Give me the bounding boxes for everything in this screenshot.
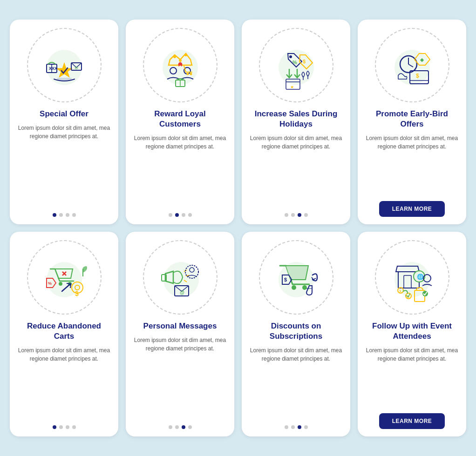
dot-3	[66, 213, 69, 217]
card-desc: Lorem ipsum dolor sit dim amet, mea regi…	[249, 134, 343, 207]
svg-text:$: $	[75, 290, 79, 297]
svg-text:@: @	[180, 290, 184, 295]
dot-2	[59, 425, 63, 429]
card-desc: Lorem ipsum dolor sit dim amet, mea regi…	[17, 346, 111, 419]
dot-4	[72, 425, 76, 429]
dot-1	[169, 425, 172, 429]
card-desc: Lorem ipsum dolor sit dim amet, mea regi…	[365, 346, 459, 407]
card-desc: Lorem ipsum dolor sit dim amet, mea regi…	[365, 134, 459, 194]
personal-messages-icon: @	[152, 249, 208, 305]
dot-1	[285, 213, 288, 217]
card-title: Follow Up with Event Attendees	[365, 321, 459, 342]
increase-sales-icon: % $ ★	[268, 37, 324, 93]
svg-text:$: $	[284, 277, 287, 282]
card-title: Promote Early-Bird Offers	[365, 109, 459, 129]
discounts-icon: $	[268, 249, 324, 305]
card-abandoned-carts: % $ Reduce Abandoned Carts Lorem ipsum d…	[10, 232, 118, 436]
dots-indicator	[285, 213, 308, 217]
svg-point-10	[173, 55, 176, 58]
early-bird-icon-area: ◆ $	[375, 28, 449, 102]
svg-point-20	[289, 55, 292, 58]
reward-loyal-icon	[152, 37, 208, 93]
dots-indicator	[53, 213, 76, 217]
svg-point-61	[302, 285, 307, 290]
svg-text:1: 1	[399, 289, 401, 293]
dot-4	[72, 213, 76, 217]
card-follow-up: 🌐 1 2 Follow Up with Event Atten	[358, 232, 466, 436]
abandoned-carts-icon: % $	[36, 249, 92, 305]
card-desc: Lorem ipsum dolor sit dim amet, mea regi…	[133, 336, 227, 419]
dot-2	[175, 213, 179, 217]
dots-indicator	[169, 425, 192, 429]
svg-text:★: ★	[290, 85, 294, 89]
svg-text:$: $	[416, 73, 419, 79]
svg-point-15	[186, 73, 189, 75]
dot-3	[66, 425, 69, 429]
dot-2	[291, 425, 295, 429]
abandoned-carts-icon-area: % $	[27, 240, 102, 315]
card-increase-sales: % $ ★ Increase Sales During Holid	[242, 20, 350, 224]
dots-indicator	[53, 425, 76, 429]
card-early-bird: ◆ $ Promote Early-Bird Offers Lorem ipsu…	[358, 20, 466, 224]
dot-4	[188, 425, 192, 429]
dots-indicator	[169, 213, 192, 217]
svg-text:XXX: XXX	[49, 66, 57, 71]
dot-4	[304, 425, 308, 429]
dots-indicator	[285, 425, 308, 429]
dot-1	[53, 425, 56, 429]
card-title: Personal Messages	[143, 321, 217, 331]
personal-messages-icon-area: @	[143, 240, 218, 315]
card-special-offer: XXX @ Special Offer Lorem ipsum dolor si…	[10, 20, 118, 224]
dot-3	[298, 213, 301, 217]
dot-4	[188, 213, 192, 217]
special-offer-icon: XXX @	[36, 37, 92, 93]
dot-4	[304, 213, 308, 217]
card-grid: XXX @ Special Offer Lorem ipsum dolor si…	[10, 20, 466, 436]
card-title: Special Offer	[40, 109, 88, 119]
dot-3	[298, 425, 301, 429]
card-title: Reduce Abandoned Carts	[17, 321, 111, 342]
card-personal-messages: @ Personal Messages Lorem ipsum dolor si…	[126, 232, 234, 436]
reward-loyal-icon-area	[143, 28, 218, 102]
follow-up-icon-area: 🌐 1 2	[375, 240, 449, 315]
dot-1	[285, 425, 288, 429]
svg-point-40	[59, 282, 62, 286]
follow-up-icon: 🌐 1 2	[384, 249, 440, 305]
card-discounts-subscriptions: $ Discounts on Subscriptions Lorem ipsum…	[242, 232, 350, 436]
svg-point-12	[184, 54, 187, 56]
card-reward-loyal: Reward Loyal Customers Lorem ipsum dolor…	[126, 20, 234, 224]
special-offer-icon-area: XXX @	[27, 28, 102, 102]
svg-point-30	[394, 50, 430, 85]
dot-2	[291, 213, 295, 217]
svg-text:@: @	[75, 66, 78, 70]
dot-2	[175, 425, 179, 429]
learn-more-button-2[interactable]: LearN More	[379, 413, 445, 429]
svg-point-60	[292, 285, 296, 290]
discounts-icon-area: $	[259, 240, 333, 315]
card-title: Reward Loyal Customers	[133, 109, 227, 129]
svg-text:%: %	[292, 60, 297, 65]
dot-2	[59, 213, 63, 217]
card-desc: Lorem ipsum dolor sit dim amet, mea regi…	[249, 346, 343, 419]
card-desc: Lorem ipsum dolor sit dim amet, mea regi…	[133, 134, 227, 207]
svg-text:$: $	[303, 59, 306, 64]
card-title: Discounts on Subscriptions	[249, 321, 343, 342]
dot-1	[169, 213, 172, 217]
svg-text:%: %	[48, 281, 52, 286]
dot-3	[182, 213, 185, 217]
dot-1	[53, 213, 56, 217]
card-title: Increase Sales During Holidays	[249, 109, 343, 129]
card-desc: Lorem ipsum dolor sit dim amet, mea regi…	[17, 124, 111, 207]
svg-point-11	[179, 59, 182, 62]
dot-3	[182, 425, 185, 429]
svg-text:◆: ◆	[420, 57, 424, 62]
early-bird-icon: ◆ $	[384, 37, 440, 93]
svg-point-16	[190, 73, 192, 75]
svg-rect-2	[57, 78, 72, 80]
svg-text:🌐: 🌐	[417, 273, 424, 280]
increase-sales-icon-area: % $ ★	[259, 28, 333, 102]
learn-more-button-1[interactable]: LEARN MORE	[379, 201, 445, 217]
